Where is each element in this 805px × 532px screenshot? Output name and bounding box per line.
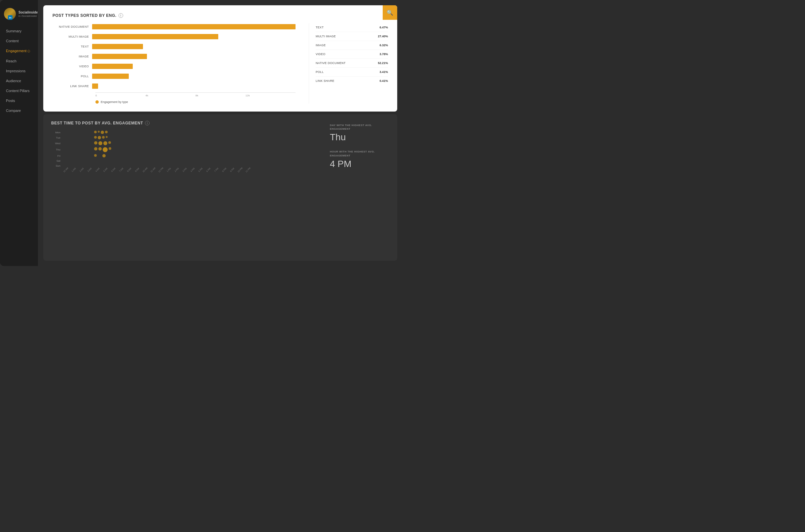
- stat-row: IMAGE 6.32%: [316, 41, 388, 50]
- heatmap-cell: [116, 136, 117, 137]
- heatmap-cell: [96, 160, 98, 162]
- heatmap-cell: [102, 136, 105, 139]
- heatmap-cell: [78, 160, 79, 162]
- heatmap-cell: [108, 165, 109, 167]
- heatmap-cell: [92, 147, 93, 149]
- bar-wrapper: [92, 44, 296, 49]
- heatmap-cell: [110, 165, 112, 167]
- sidebar-nav: Summary Content Engagement ⓘ Reach Impre…: [0, 26, 38, 115]
- heatmap-cell: [73, 165, 75, 167]
- heatmap-cell: [78, 141, 79, 142]
- sidebar-item-summary[interactable]: Summary: [3, 26, 35, 36]
- heatmap-cell: [82, 131, 84, 132]
- heatmap-cell: [76, 147, 77, 149]
- sidebar-item-content[interactable]: Content: [3, 36, 35, 45]
- stat-value: 3.78%: [379, 53, 388, 56]
- bar-wrapper: [92, 64, 296, 69]
- heatmap-cell: [87, 160, 89, 162]
- heatmap-cell: [71, 136, 72, 137]
- heatmap-cell: [92, 141, 93, 142]
- heatmap-cell: [73, 160, 75, 162]
- bar-fill: [92, 83, 98, 89]
- heatmap-cell: [80, 131, 81, 132]
- heatmap-cell: [78, 154, 79, 155]
- bar-chart-container: NATIVE DOCUMENT MULTI IMAGE TEXT IMAGE V…: [53, 23, 302, 103]
- heatmap-cell: [120, 136, 121, 137]
- sidebar-item-content-pillars[interactable]: Content Pillars: [3, 86, 35, 95]
- bar-label: TEXT: [53, 45, 92, 48]
- x-tick-4k: 4k: [146, 94, 196, 97]
- best-day-value: Thu: [330, 133, 389, 142]
- account-avatar-wrap: in: [4, 8, 16, 20]
- bar-label: POLL: [53, 75, 92, 78]
- heatmap-row: Mon: [51, 131, 323, 134]
- heatmap-cell: [117, 147, 118, 149]
- heatmap-cell: [94, 165, 95, 167]
- best-time-info-icon[interactable]: i: [145, 121, 150, 126]
- stat-name: IMAGE: [316, 43, 326, 47]
- bar-row: LINK SHARE: [53, 82, 296, 90]
- sidebar-item-posts[interactable]: Posts: [3, 96, 35, 105]
- post-types-info-icon[interactable]: i: [118, 13, 123, 18]
- heatmap-cell: [99, 160, 100, 162]
- heatmap-cell: [100, 154, 101, 155]
- heatmap-cell: [96, 165, 98, 167]
- sidebar-item-compare[interactable]: Compare: [3, 106, 35, 115]
- bar-row: TEXT: [53, 43, 296, 50]
- main-content: 🔍 POST TYPES SORTED BY ENG. i NATIVE DOC…: [38, 0, 402, 266]
- bar-fill: [92, 44, 143, 49]
- heatmap-cell: [76, 136, 77, 137]
- x-tick-0: 0: [95, 94, 146, 97]
- heatmap-cell: [85, 160, 86, 162]
- stat-name: VIDEO: [316, 53, 325, 56]
- sidebar-item-engagement[interactable]: Engagement ⓘ: [3, 46, 35, 56]
- bar-fill: [92, 34, 218, 39]
- heatmap-cell: [101, 131, 104, 134]
- legend-label: Engagement by type: [101, 100, 128, 103]
- stat-value: 6.32%: [379, 43, 388, 47]
- bar-fill: [92, 54, 147, 59]
- heatmap-cell: [62, 131, 63, 132]
- heatmap-cell: [115, 147, 116, 149]
- bar-label: VIDEO: [53, 65, 92, 68]
- search-button[interactable]: 🔍: [383, 5, 397, 20]
- sidebar-item-impressions[interactable]: Impressions: [3, 66, 35, 76]
- heatmap-cell: [69, 136, 70, 137]
- heatmap-cell: [80, 165, 81, 167]
- heatmap-cell: [80, 136, 81, 137]
- heatmap-cell: [98, 154, 99, 155]
- heatmap-cells: [62, 136, 323, 139]
- post-types-card: 🔍 POST TYPES SORTED BY ENG. i NATIVE DOC…: [43, 5, 397, 112]
- heatmap-cell: [98, 131, 100, 133]
- account-name: Socialinsider: [18, 11, 39, 15]
- x-tick-8k: 8k: [195, 94, 246, 97]
- bar-row: IMAGE: [53, 53, 296, 60]
- heatmap-cell: [109, 136, 110, 137]
- bar-wrapper: [92, 24, 296, 30]
- account-info: Socialinsider in /Socialinsider: [18, 11, 39, 18]
- heatmap-cell: [71, 141, 72, 142]
- heatmap-row: Fri: [51, 154, 323, 157]
- heatmap-cell: [98, 141, 102, 145]
- stat-value: 0.41%: [379, 79, 388, 82]
- heatmap-cell: [90, 147, 91, 149]
- heatmap-cell: [92, 131, 93, 132]
- sidebar-item-reach[interactable]: Reach: [3, 56, 35, 66]
- best-hour-block: HOUR WITH THE HIGHEST AVG. ENGAGEMENT 4 …: [330, 150, 389, 168]
- heatmap-cell: [69, 160, 70, 162]
- heatmap-cell: [87, 154, 89, 155]
- heatmap-cell: [118, 154, 119, 155]
- heatmap-cell: [76, 141, 77, 142]
- bar-label: LINK SHARE: [53, 84, 92, 88]
- heatmap-cell: [118, 131, 119, 132]
- heatmap-row: Sat: [51, 159, 323, 163]
- heatmap-area: BEST TIME TO POST BY AVG. ENGAGEMENT i M…: [51, 121, 323, 254]
- heatmap-cell: [113, 131, 115, 132]
- chart-legend: Engagement by type: [95, 100, 296, 103]
- sidebar-item-audience[interactable]: Audience: [3, 76, 35, 86]
- heatmap-cell: [108, 160, 109, 162]
- heatmap-cell: [85, 136, 86, 137]
- heatmap-cells: [62, 131, 323, 134]
- heatmap-cell: [73, 141, 75, 142]
- bar-label: IMAGE: [53, 55, 92, 58]
